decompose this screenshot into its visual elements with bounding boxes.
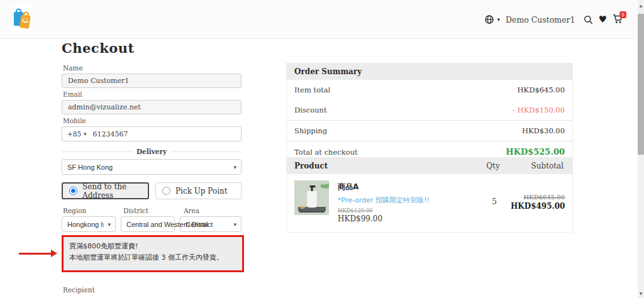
cart-icon[interactable]: 5 [613,14,624,25]
page-title: Checkout [62,40,135,56]
product-row: 商品A *Pre-order 預購限定特別版!! HKD$129.00 HKD$… [287,174,572,232]
region-value: Hongkong Island [67,221,104,228]
region-select[interactable]: Hongkong Island ▾ [62,216,116,232]
product-info: 商品A *Pre-order 預購限定特別版!! HKD$129.00 HKD$… [338,180,430,223]
discount-value: - HKD$150.00 [513,106,565,114]
item-total-value: HKD$645.00 [518,86,565,94]
language-caret-icon[interactable]: ▾ [497,16,500,23]
geo-labels-row: Region District Area [62,204,242,216]
district-label: District [123,207,177,214]
product-price: HKD$99.00 [338,214,430,223]
shipping-note-line2: 本地順豐運單將於訂單確認後 3 個工作天內發貨。 [69,252,236,263]
scroll-down-icon[interactable]: ▼ [638,289,644,297]
delivery-label: Delivery [136,148,167,155]
order-summary-card: Order Summary Item total HKD$645.00 Disc… [286,63,573,163]
delivery-caret-icon: ▾ [233,164,236,170]
product-subtotal: HKD$645.00 HKD$495.00 [511,194,565,211]
email-label: Email [63,91,242,98]
total-label: Total at checkout [294,148,358,157]
name-field[interactable] [62,74,242,88]
delivery-section-divider: Delivery [62,148,242,155]
top-bar: ▾ Demo Customer1 ♥ 5 [0,0,638,39]
product-header: Product [294,162,477,170]
radio-selected-icon [69,187,77,195]
name-label: Name [63,64,242,72]
mobile-field-group: +852 ▾ [62,126,242,141]
shopping-bags-logo-icon [13,7,31,32]
recipient-label: Recipient [63,286,242,294]
discount-label: Discount [294,106,327,114]
district-select[interactable]: Central and Western District ▾ [121,216,175,232]
discount-row: Discount - HKD$150.00 [287,100,572,120]
checkout-form: Name Email Mobile +852 ▾ Delivery SF Hon… [62,62,242,298]
scroll-up-icon[interactable]: ▲ [638,1,644,9]
search-icon[interactable] [584,15,593,25]
page-scrollbar[interactable]: ▲ ▼ [638,0,644,298]
email-field[interactable] [62,100,242,114]
pick-up-point-option[interactable]: Pick Up Point [155,182,242,199]
order-summary-title: Order Summary [287,63,572,80]
mobile-label: Mobile [63,117,242,124]
item-total-label: Item total [294,86,330,94]
send-to-address-option[interactable]: Send to the Address [62,182,149,199]
annotation-arrow-head-icon [51,250,57,257]
shipping-label: Shipping [294,126,327,135]
region-caret-icon: ▾ [108,221,111,228]
product-table-header: Product Qty Subtotal [287,158,572,174]
product-main: 商品A *Pre-order 預購限定特別版!! HKD$129.00 HKD$… [294,180,478,223]
shipping-note-line1: 買滿$800免順豐運費! [69,241,236,252]
subtotal-header: Subtotal [509,162,564,170]
area-caret-icon: ▾ [233,221,236,228]
qty-header: Qty [477,162,509,170]
shipping-row: Shipping HKD$30.00 [287,120,572,141]
product-card: Product Qty Subtotal [286,157,573,233]
total-value: HKD$525.00 [506,147,565,157]
annotation-arrow-icon [19,253,52,255]
country-code-caret-icon: ▾ [84,131,87,137]
wishlist-heart-icon[interactable]: ♥ [599,15,607,25]
shipping-value: HKD$30.00 [522,126,565,135]
product-image[interactable] [294,180,329,215]
mobile-number-field[interactable] [93,130,236,138]
item-total-row: Item total HKD$645.00 [287,80,572,100]
shipping-note-highlight-box: 買滿$800免順豐運費! 本地順豐運單將於訂單確認後 3 個工作天內發貨。 [62,235,244,272]
product-variant[interactable]: *Pre-order 預購限定特別版!! [338,196,430,205]
delivery-method-select[interactable]: SF Hong Kong ▾ [62,159,242,175]
delivery-method-value: SF Hong Kong [67,163,113,171]
delivery-option-group: Send to the Address Pick Up Point [62,182,242,199]
checkout-page: ▾ Demo Customer1 ♥ 5 Checkout Name [0,0,644,298]
product-original-price: HKD$129.00 [338,207,430,214]
district-value: Central and Western District [126,221,213,228]
scrollbar-thumb[interactable] [638,14,644,155]
product-qty: 5 [478,197,511,206]
product-subtotal-value: HKD$495.00 [511,202,565,211]
country-code-select[interactable]: +852 [67,130,81,138]
globe-language-icon[interactable] [484,15,494,25]
top-nav: ▾ Demo Customer1 ♥ 5 [484,0,624,39]
region-label: Region [63,207,117,214]
cart-count-badge: 5 [619,11,626,18]
product-name[interactable]: 商品A [338,182,430,192]
send-to-address-label: Send to the Address [82,182,142,200]
area-label: Area [184,207,242,214]
product-original-subtotal: HKD$645.00 [511,194,565,201]
pick-up-point-label: Pick Up Point [175,187,228,196]
store-logo[interactable] [11,5,33,33]
geo-selects-row: Hongkong Island ▾ Central and Western Di… [62,216,242,232]
radio-unselected-icon [162,187,170,195]
account-menu[interactable]: Demo Customer1 [506,15,575,25]
